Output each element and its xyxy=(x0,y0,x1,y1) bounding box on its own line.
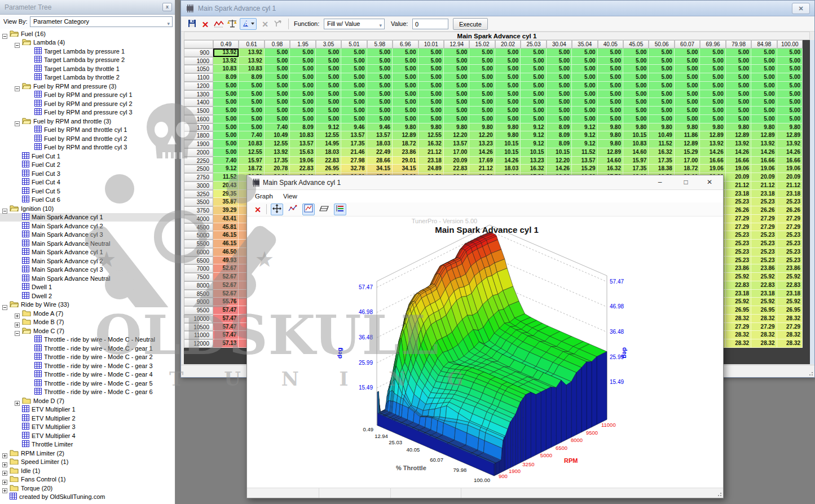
grid-cell[interactable]: 23.18 xyxy=(751,190,777,198)
grid-cell[interactable]: 17.35 xyxy=(649,157,674,165)
grid-cell[interactable]: 5.00 xyxy=(393,82,418,90)
resize-grip-icon[interactable] xyxy=(716,491,722,497)
grid-cell[interactable]: 5.00 xyxy=(444,98,469,107)
row-header[interactable]: 10000 xyxy=(184,315,213,323)
grid-cell[interactable]: 10.83 xyxy=(239,140,264,148)
row-header[interactable]: 5500 xyxy=(184,240,213,248)
row-header[interactable]: 10500 xyxy=(184,323,213,331)
grid-cell[interactable]: 22.83 xyxy=(751,281,777,290)
grid-cell[interactable]: 27.29 xyxy=(777,223,803,232)
grid-cell[interactable]: 5.00 xyxy=(290,48,315,57)
grid-cell[interactable]: 25.23 xyxy=(726,198,751,206)
grid-cell[interactable]: 57.47 xyxy=(213,323,239,331)
grid-cell[interactable]: 16.66 xyxy=(726,157,751,165)
grid-cell[interactable]: 12.20 xyxy=(469,131,495,140)
grid-cell[interactable]: 5.00 xyxy=(649,48,674,57)
grid-cell[interactable]: 52.67 xyxy=(213,273,239,281)
grid-cell[interactable]: 11.52 xyxy=(572,148,597,157)
close-icon[interactable]: ✕ xyxy=(698,175,721,189)
grid-cell[interactable]: 5.00 xyxy=(751,98,777,107)
grid-cell[interactable]: 5.00 xyxy=(598,115,623,123)
grid-cell[interactable]: 20.09 xyxy=(726,173,751,182)
grid-cell[interactable]: 13.23 xyxy=(521,157,546,165)
grid-cell[interactable]: 14.26 xyxy=(751,148,777,157)
grid-cell[interactable]: 12.55 xyxy=(418,131,444,140)
tree-item[interactable]: Fuel Cut 6 xyxy=(0,196,175,205)
grid-cell[interactable]: 18.72 xyxy=(393,140,418,148)
grid-cell[interactable]: 5.00 xyxy=(649,115,674,123)
row-header[interactable]: 1200 xyxy=(184,82,213,90)
grid-cell[interactable]: 17.35 xyxy=(265,157,290,165)
grid-cell[interactable]: 5.00 xyxy=(367,107,393,115)
grid-cell[interactable]: 5.00 xyxy=(777,107,803,115)
grid-cell[interactable]: 12.20 xyxy=(444,131,469,140)
grid-cell[interactable]: 5.00 xyxy=(598,98,623,107)
grid-cell[interactable]: 5.00 xyxy=(393,73,418,82)
grid-cell[interactable]: 5.00 xyxy=(367,115,393,123)
grid-cell[interactable]: 5.00 xyxy=(265,73,290,82)
grid-cell[interactable]: 9.80 xyxy=(623,123,649,132)
grid-cell[interactable]: 5.00 xyxy=(598,82,623,90)
grid-cell[interactable]: 28.32 xyxy=(777,315,803,323)
grid-cell[interactable]: 14.26 xyxy=(726,148,751,157)
grid-cell[interactable]: 5.00 xyxy=(265,57,290,65)
grid-cell[interactable]: 5.00 xyxy=(316,82,341,90)
grid-cell[interactable]: 9.80 xyxy=(598,140,623,148)
tree-item[interactable]: Ride by Wire (33) xyxy=(0,300,175,310)
grid-cell[interactable]: 5.00 xyxy=(675,107,700,115)
grid-cell[interactable]: 46.50 xyxy=(213,248,239,257)
grid-cell[interactable]: 9.80 xyxy=(598,131,623,140)
grid-cell[interactable]: 27.98 xyxy=(341,157,367,165)
row-header[interactable]: 900 xyxy=(184,48,213,57)
grid-cell[interactable]: 5.00 xyxy=(290,73,315,82)
grid-cell[interactable]: 5.00 xyxy=(290,65,315,73)
grid-cell[interactable]: 16.32 xyxy=(598,165,623,173)
table-window-titlebar[interactable]: Main Spark Advance cyl 1 ✕ xyxy=(181,1,814,16)
grid-cell[interactable]: 27.29 xyxy=(751,223,777,232)
row-header[interactable]: 1800 xyxy=(184,131,213,140)
row-header[interactable]: 1100 xyxy=(184,73,213,82)
grid-cell[interactable]: 5.00 xyxy=(751,65,777,73)
grid-cell[interactable]: 12.89 xyxy=(751,131,777,140)
grid-cell[interactable]: 26.26 xyxy=(777,206,803,215)
grid-cell[interactable]: 5.00 xyxy=(700,73,725,82)
grid-cell[interactable]: 13.92 xyxy=(751,140,777,148)
row-header[interactable]: 3750 xyxy=(184,206,213,215)
pan-move-icon[interactable] xyxy=(271,204,283,215)
grid-cell[interactable]: 9.12 xyxy=(572,123,597,132)
grid-cell[interactable]: 5.00 xyxy=(495,115,521,123)
expand-icon[interactable] xyxy=(2,450,10,456)
grid-cell[interactable]: 21.12 xyxy=(726,182,751,190)
grid-cell[interactable]: 9.80 xyxy=(418,123,444,132)
grid-cell[interactable]: 23.18 xyxy=(418,157,444,165)
grid-cell[interactable]: 5.00 xyxy=(726,57,751,65)
column-header[interactable]: 10.01 xyxy=(418,40,444,48)
execute-button[interactable]: Execute xyxy=(453,18,488,30)
grid-cell[interactable]: 5.00 xyxy=(393,107,418,115)
grid-cell[interactable]: 5.00 xyxy=(623,90,649,99)
row-header[interactable]: 6000 xyxy=(184,248,213,257)
grid-cell[interactable]: 5.00 xyxy=(623,107,649,115)
grid-cell[interactable]: 14.26 xyxy=(700,148,725,157)
grid-cell[interactable]: 5.00 xyxy=(367,48,393,57)
grid-cell[interactable]: 15.29 xyxy=(675,148,700,157)
grid-cell[interactable]: 5.00 xyxy=(700,48,725,57)
grid-cell[interactable]: 5.00 xyxy=(265,48,290,57)
grid-cell[interactable]: 5.00 xyxy=(265,107,290,115)
grid-cell[interactable]: 45.81 xyxy=(213,223,239,232)
grid-cell[interactable]: 22.83 xyxy=(777,281,803,290)
row-header[interactable]: 11000 xyxy=(184,331,213,339)
grid-cell[interactable]: 28.66 xyxy=(367,157,393,165)
grid-cell[interactable]: 18.72 xyxy=(675,165,700,173)
grid-cell[interactable]: 13.57 xyxy=(367,131,393,140)
collapse-icon[interactable] xyxy=(15,118,22,123)
menu-view[interactable]: View xyxy=(280,192,301,201)
grid-cell[interactable]: 18.03 xyxy=(495,165,521,173)
grid-cell[interactable]: 57.47 xyxy=(213,315,239,323)
grid-cell[interactable]: 25.23 xyxy=(726,240,751,248)
grid-cell[interactable]: 5.00 xyxy=(675,115,700,123)
tree-item[interactable]: Main Spark Advance cyl 1 xyxy=(0,248,175,257)
grid-cell[interactable]: 5.00 xyxy=(316,90,341,99)
grid-cell[interactable]: 21.46 xyxy=(341,148,367,157)
grid-cell[interactable]: 5.00 xyxy=(521,107,546,115)
